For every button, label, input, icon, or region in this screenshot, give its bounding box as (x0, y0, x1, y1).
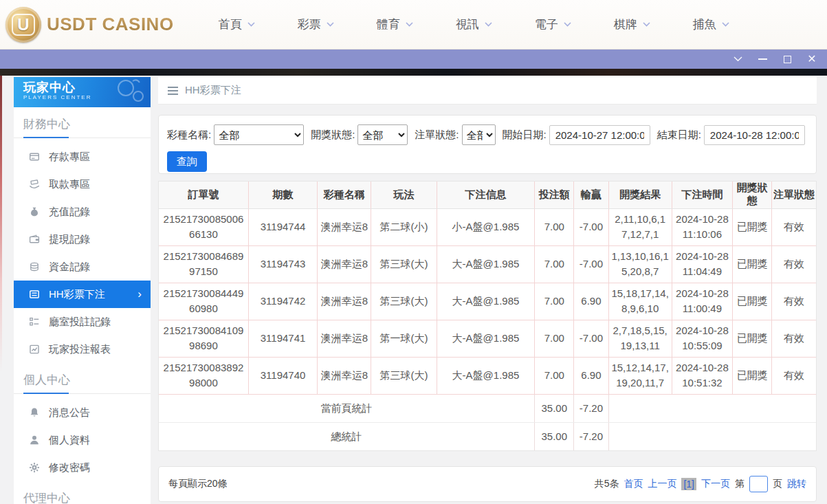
person-icon (29, 435, 40, 446)
table-cell: 澳洲幸运8 (318, 245, 371, 283)
total-summary-bet: 35.00 (535, 422, 574, 450)
page-summary-winloss: -7.20 (574, 394, 608, 422)
sidebar-item-label: 廳室投註記錄 (49, 316, 111, 329)
bell-icon (29, 407, 40, 418)
table-cell: -7.00 (574, 245, 608, 283)
table-cell: 有效 (772, 357, 816, 394)
sidebar-item[interactable]: 提現記錄 (14, 226, 151, 253)
gamepad-doodle-icon (98, 78, 146, 106)
table-cell: 15,12,14,17,19,20,11,7 (608, 357, 672, 394)
jump-button[interactable]: 跳转 (787, 478, 806, 490)
order-status-select[interactable]: 全部 (462, 124, 496, 145)
jump-prefix-label: 第 (735, 478, 745, 490)
usdt-casino-logo-icon: U (5, 7, 41, 43)
column-header: 下注信息 (437, 182, 534, 208)
table-cell: 2,7,18,5,15,19,13,11 (608, 320, 672, 357)
sidebar-item[interactable]: 廳室投註記錄 (14, 308, 151, 336)
window-chevron-down-icon[interactable] (732, 54, 743, 65)
nav-item[interactable]: 捕魚 (672, 0, 751, 50)
column-header: 輸贏 (574, 182, 608, 208)
table-cell: 31194741 (248, 320, 317, 357)
minimize-button[interactable] (757, 54, 768, 65)
menu-toggle-icon[interactable] (168, 87, 178, 95)
page-jump-input[interactable] (749, 476, 768, 492)
table-cell: 已開獎 (733, 283, 772, 320)
sidebar-item[interactable]: 玩家投注報表 (14, 336, 151, 363)
draw-status-select[interactable]: 全部 (357, 124, 408, 145)
sidebar-item[interactable]: 個人資料 (14, 426, 151, 454)
table-cell: 第三球(大) (371, 357, 437, 394)
sidebar-item[interactable]: 資金記錄 (14, 253, 151, 281)
column-header: 玩法 (371, 182, 437, 208)
chevron-right-icon: › (137, 289, 142, 300)
maximize-button[interactable] (782, 54, 793, 65)
current-page-indicator[interactable]: [1] (681, 478, 696, 490)
table-row: 215217300838929800031194740澳洲幸运8第三球(大)大-… (159, 357, 816, 394)
table-cell: 已開獎 (733, 245, 772, 283)
table-cell: 已開獎 (733, 357, 772, 394)
first-page-link[interactable]: 首页 (624, 478, 643, 490)
sidebar-item-label: 玩家投注報表 (49, 343, 111, 356)
next-page-link[interactable]: 下一页 (701, 478, 730, 490)
start-date-input[interactable] (549, 125, 650, 145)
pagination-bar: 每頁顯示20條 共5条 首页 上一页 [1] 下一页 第 页 跳转 (158, 466, 817, 502)
table-cell: 6.90 (574, 283, 608, 320)
end-date-input[interactable] (704, 125, 805, 145)
main-content: HH彩票下注 彩種名稱: 全部 開獎狀態: 全部 注單狀態: 全部 開始日期: … (158, 77, 817, 504)
brand-logo[interactable]: U USDT CASINO (5, 7, 174, 43)
nav-item-label: 棋牌 (614, 17, 637, 32)
sidebar-item[interactable]: HH彩票下注› (14, 281, 151, 308)
lottery-name-select[interactable]: 全部 (214, 124, 304, 145)
page-summary-row: 當前頁統計 35.00 -7.20 (159, 394, 816, 422)
table-cell: 第一球(大) (371, 320, 437, 357)
nav-item[interactable]: 視訊 (434, 0, 514, 50)
sidebar-item[interactable]: 存款專區 (14, 143, 151, 171)
nav-item[interactable]: 體育 (355, 0, 434, 50)
start-date-label: 開始日期: (503, 129, 547, 142)
table-cell: 15,18,17,14,8,9,6,10 (608, 283, 672, 320)
close-button[interactable]: ✕ (806, 54, 817, 65)
column-header: 下注時間 (672, 182, 732, 208)
order-status-label: 注單狀態: (415, 129, 459, 142)
main-nav: 首頁彩票體育視訊電子棋牌捕魚 (197, 0, 751, 50)
sidebar-item-label: 取款專區 (49, 178, 90, 191)
sidebar-item[interactable]: 取款專區 (14, 171, 151, 198)
table-cell: -7.00 (574, 320, 608, 357)
table-cell: 大-A盤@1.985 (437, 245, 534, 283)
table-cell: 2024-10-28 10:51:32 (672, 357, 732, 394)
table-cell: 澳洲幸运8 (318, 357, 371, 394)
table-row: 215217300844496098031194742澳洲幸运8第三球(大)大-… (159, 283, 816, 320)
table-cell: 已開獎 (733, 320, 772, 357)
table-row: 215217300841099869031194741澳洲幸运8第一球(大)大-… (159, 320, 816, 357)
header-row: 訂單號期數彩種名稱玩法下注信息投注額輸贏開獎結果下注時間開獎狀態注單狀態 (159, 182, 816, 208)
sidebar-item[interactable]: 充值記錄 (14, 198, 151, 226)
nav-item-label: 首頁 (219, 17, 242, 32)
sidebar-item[interactable]: 修改密碼 (14, 454, 151, 481)
nav-item[interactable]: 彩票 (276, 0, 355, 50)
table-cell: 2024-10-28 11:00:49 (672, 283, 732, 320)
nav-item[interactable]: 首頁 (197, 0, 276, 50)
table-cell: 有效 (772, 320, 816, 357)
table-cell: 第三球(大) (371, 245, 437, 283)
table-cell: 2024-10-28 11:10:06 (672, 208, 732, 245)
chevron-down-icon (327, 22, 334, 27)
sidebar-item[interactable]: 消息公告 (14, 399, 151, 426)
sidebar-item-label: HH彩票下注 (49, 288, 105, 301)
nav-item[interactable]: 棋牌 (593, 0, 672, 50)
total-summary-label: 總統計 (159, 422, 535, 450)
deposit-icon (29, 151, 40, 162)
table-cell: 有效 (772, 283, 816, 320)
nav-item[interactable]: 電子 (514, 0, 593, 50)
table-cell: 2152173008410998690 (159, 320, 248, 357)
pager: 共5条 首页 上一页 [1] 下一页 第 页 跳转 (595, 476, 806, 492)
search-button[interactable]: 查詢 (167, 151, 207, 172)
prev-page-link[interactable]: 上一页 (648, 478, 676, 490)
table-cell: -7.00 (574, 208, 608, 245)
column-header: 期數 (248, 182, 317, 208)
column-header: 開獎結果 (608, 182, 672, 208)
table-cell: 2024-10-28 10:55:09 (672, 320, 732, 357)
sidebar-item-label: 資金記錄 (49, 261, 90, 274)
player-center-sidebar: 玩家中心 PLAYERS CENTER 財務中心存款專區取款專區充值記錄提現記錄… (14, 77, 151, 504)
table-cell: 31194740 (248, 357, 317, 394)
column-header: 注單狀態 (772, 182, 816, 208)
